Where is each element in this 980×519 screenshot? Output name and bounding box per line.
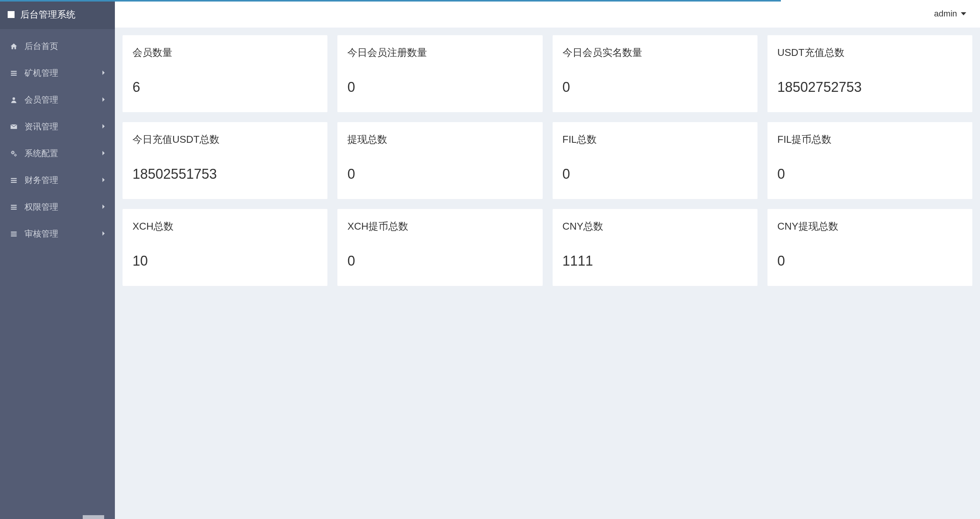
bars-icon: [9, 203, 18, 211]
bars-icon: [9, 69, 18, 77]
svg-rect-13: [11, 233, 17, 235]
stat-card-4: 今日充值USDT总数18502551753: [123, 122, 327, 199]
stat-card-title: FIL提币总数: [777, 133, 962, 146]
svg-point-3: [13, 97, 15, 100]
svg-rect-10: [11, 207, 17, 208]
stat-card-title: 会员数量: [133, 46, 317, 59]
svg-rect-12: [11, 232, 17, 233]
stat-card-value: 0: [563, 79, 748, 95]
sidebar-nav: 后台首页矿机管理会员管理资讯管理系统配置财务管理权限管理审核管理: [0, 29, 115, 519]
svg-rect-2: [11, 75, 17, 76]
stat-card-6: FIL总数0: [553, 122, 757, 199]
stat-card-0: 会员数量6: [123, 35, 327, 112]
stat-card-3: USDT充值总数18502752753: [767, 35, 972, 112]
stat-card-8: XCH总数10: [123, 209, 327, 286]
stat-card-value: 1111: [563, 253, 748, 269]
dashboard-cards: 会员数量6今日会员注册数量0今日会员实名数量0USDT充值总数185027527…: [123, 35, 972, 286]
stat-card-value: 6: [133, 79, 317, 95]
svg-rect-6: [11, 178, 17, 179]
svg-rect-11: [11, 209, 17, 210]
sidebar-header: 后台管理系统: [0, 0, 115, 29]
stat-card-value: 0: [777, 166, 962, 182]
bars-icon: [9, 176, 18, 184]
stat-card-title: 今日充值USDT总数: [133, 133, 317, 146]
svg-point-4: [12, 152, 14, 153]
stat-card-title: XCH提币总数: [347, 220, 532, 233]
chevron-right-icon: [102, 97, 106, 103]
stat-card-value: 0: [777, 253, 962, 269]
svg-rect-8: [11, 182, 17, 183]
stat-card-value: 0: [347, 166, 532, 182]
loading-bar-main: [115, 0, 781, 2]
sidebar-item-3[interactable]: 资讯管理: [0, 113, 115, 140]
content: 会员数量6今日会员注册数量0今日会员实名数量0USDT充值总数185027527…: [115, 28, 980, 519]
stat-card-title: USDT充值总数: [777, 46, 962, 59]
chevron-right-icon: [102, 204, 106, 211]
sidebar-item-2[interactable]: 会员管理: [0, 86, 115, 113]
chevron-right-icon: [102, 150, 106, 157]
sidebar-item-label: 会员管理: [25, 94, 102, 106]
stat-card-title: 今日会员实名数量: [563, 46, 748, 59]
sidebar-item-label: 系统配置: [25, 148, 102, 159]
sidebar-item-4[interactable]: 系统配置: [0, 140, 115, 167]
svg-point-5: [15, 154, 16, 156]
svg-rect-14: [11, 235, 17, 237]
stat-card-11: CNY提现总数0: [767, 209, 972, 286]
stat-card-title: XCH总数: [133, 220, 317, 233]
username-label: admin: [934, 9, 957, 19]
stat-card-10: CNY总数1111: [553, 209, 757, 286]
sidebar-item-label: 矿机管理: [25, 67, 102, 79]
stat-card-value: 0: [563, 166, 748, 182]
svg-rect-9: [11, 205, 17, 206]
bottom-indicator: [83, 515, 104, 519]
topbar: admin: [115, 0, 980, 28]
sidebar-item-5[interactable]: 财务管理: [0, 167, 115, 194]
stat-card-title: FIL总数: [563, 133, 748, 146]
sidebar-item-label: 权限管理: [25, 201, 102, 213]
sidebar-item-label: 资讯管理: [25, 121, 102, 132]
user-menu[interactable]: admin: [934, 9, 966, 19]
user-icon: [9, 96, 18, 104]
app-title: 后台管理系统: [20, 8, 75, 21]
chevron-right-icon: [102, 231, 106, 237]
stat-card-value: 18502752753: [777, 79, 962, 95]
sidebar-item-1[interactable]: 矿机管理: [0, 60, 115, 86]
chevron-right-icon: [102, 70, 106, 77]
envelope-icon: [9, 123, 18, 131]
loading-bar-sidebar: [0, 0, 115, 2]
stat-card-2: 今日会员实名数量0: [553, 35, 757, 112]
sidebar: 后台管理系统 后台首页矿机管理会员管理资讯管理系统配置财务管理权限管理审核管理: [0, 0, 115, 519]
stat-card-value: 0: [347, 79, 532, 95]
stat-card-value: 0: [347, 253, 532, 269]
sidebar-item-6[interactable]: 权限管理: [0, 194, 115, 220]
chevron-right-icon: [102, 177, 106, 184]
main: admin 会员数量6今日会员注册数量0今日会员实名数量0USDT充值总数185…: [115, 0, 980, 519]
bars-icon: [9, 230, 18, 238]
svg-rect-1: [11, 73, 17, 74]
caret-down-icon: [961, 12, 966, 15]
sidebar-item-label: 财务管理: [25, 175, 102, 186]
sidebar-item-label: 审核管理: [25, 228, 102, 240]
stat-card-7: FIL提币总数0: [767, 122, 972, 199]
sidebar-item-label: 后台首页: [25, 41, 106, 52]
stat-card-title: 提现总数: [347, 133, 532, 146]
cogs-icon: [9, 150, 18, 157]
svg-rect-0: [11, 71, 17, 72]
svg-rect-7: [11, 180, 17, 181]
sidebar-item-0[interactable]: 后台首页: [0, 33, 115, 60]
stat-card-title: CNY总数: [563, 220, 748, 233]
home-icon: [9, 42, 18, 50]
stat-card-title: 今日会员注册数量: [347, 46, 532, 59]
stat-card-title: CNY提现总数: [777, 220, 962, 233]
logo-icon: [8, 11, 15, 18]
stat-card-value: 18502551753: [133, 166, 317, 182]
stat-card-1: 今日会员注册数量0: [337, 35, 542, 112]
stat-card-9: XCH提币总数0: [337, 209, 542, 286]
chevron-right-icon: [102, 124, 106, 130]
sidebar-item-7[interactable]: 审核管理: [0, 220, 115, 247]
stat-card-5: 提现总数0: [337, 122, 542, 199]
stat-card-value: 10: [133, 253, 317, 269]
